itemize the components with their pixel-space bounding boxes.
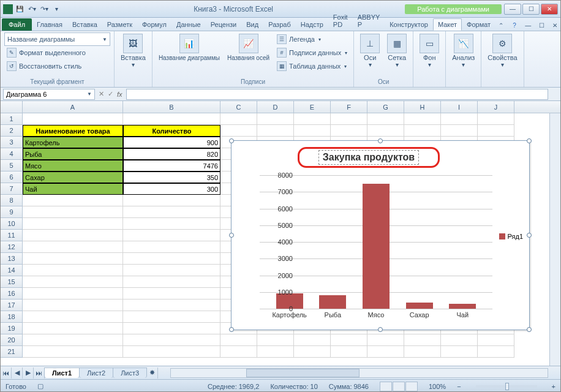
bar-Мясо[interactable]: [363, 184, 390, 309]
cell-A1[interactable]: [23, 113, 123, 125]
cell-A14[interactable]: [23, 265, 123, 276]
tab-nav-next[interactable]: ▶: [23, 368, 34, 379]
bar-Рыба[interactable]: [319, 295, 346, 309]
ribbon-minimize-icon[interactable]: ⌃: [495, 20, 506, 31]
reset-style-button[interactable]: ↺Восстановить стиль: [4, 59, 110, 73]
sheet-tab-Лист2[interactable]: Лист2: [79, 368, 113, 378]
row-header-9[interactable]: 9: [1, 206, 23, 218]
tab-надстр[interactable]: Надстр: [296, 18, 328, 31]
format-selection-button[interactable]: ✎Формат выделенного: [4, 46, 110, 59]
row-header-21[interactable]: 21: [1, 346, 23, 358]
tab-nav-prev[interactable]: ◀: [12, 368, 23, 379]
horizontal-scrollbar[interactable]: [170, 368, 548, 378]
cell-B3[interactable]: 900: [123, 137, 220, 148]
tab-данные[interactable]: Данные: [171, 18, 206, 31]
new-sheet-button[interactable]: ✸: [147, 368, 158, 379]
sheet-tab-Лист3[interactable]: Лист3: [113, 368, 147, 378]
select-all-triangle[interactable]: [1, 101, 23, 113]
cell-A2[interactable]: Наименование товара: [23, 125, 123, 137]
doc-restore-icon[interactable]: ☐: [536, 20, 547, 31]
maximize-button[interactable]: ☐: [522, 4, 540, 15]
cell-B19[interactable]: [123, 323, 220, 334]
insert-button[interactable]: 🖼Вставка▾: [118, 32, 148, 69]
cell-A20[interactable]: [23, 334, 123, 346]
row-header-4[interactable]: 4: [1, 148, 23, 160]
cell-B16[interactable]: [123, 288, 220, 300]
cell-B9[interactable]: [123, 206, 220, 218]
cell-H21[interactable]: [404, 346, 441, 358]
view-normal-button[interactable]: [380, 382, 392, 391]
col-header-E[interactable]: E: [294, 101, 331, 113]
tab-nav-first[interactable]: ⏮: [1, 368, 12, 379]
zoom-in-button[interactable]: +: [552, 383, 555, 390]
row-header-3[interactable]: 3: [1, 137, 23, 148]
col-header-A[interactable]: A: [23, 101, 123, 113]
col-header-J[interactable]: J: [478, 101, 514, 113]
cell-B2[interactable]: Количество: [123, 125, 220, 137]
tab-разметк[interactable]: Разметк: [102, 18, 137, 31]
scrollbar-thumb[interactable]: [246, 369, 359, 377]
col-header-H[interactable]: H: [404, 101, 441, 113]
cell-D1[interactable]: [257, 113, 294, 125]
cell-B14[interactable]: [123, 265, 220, 276]
cell-B8[interactable]: [123, 195, 220, 206]
col-header-B[interactable]: B: [123, 101, 220, 113]
fx-label[interactable]: fx: [117, 91, 122, 98]
qat-redo[interactable]: ↷▾: [39, 4, 50, 15]
row-header-15[interactable]: 15: [1, 276, 23, 288]
embedded-chart[interactable]: Закупка продуктов Ряд1 01000200030004000…: [231, 140, 530, 330]
tab-вставка[interactable]: Вставка: [67, 18, 102, 31]
cell-B10[interactable]: [123, 218, 220, 230]
cell-I20[interactable]: [441, 334, 478, 346]
cell-C20[interactable]: [220, 334, 257, 346]
cell-A11[interactable]: [23, 230, 123, 241]
row-header-17[interactable]: 17: [1, 300, 23, 311]
cell-G1[interactable]: [367, 113, 404, 125]
cell-A12[interactable]: [23, 241, 123, 253]
col-header-C[interactable]: C: [220, 101, 257, 113]
chart-plot-area[interactable]: [260, 175, 492, 309]
row-header-18[interactable]: 18: [1, 311, 23, 323]
cell-E21[interactable]: [294, 346, 331, 358]
bar-Сахар[interactable]: [406, 303, 433, 309]
cell-F20[interactable]: [331, 334, 367, 346]
formula-input[interactable]: [126, 89, 548, 100]
tab-конструктор[interactable]: Конструктор: [385, 18, 433, 31]
cell-E1[interactable]: [294, 113, 331, 125]
tab-формул[interactable]: Формул: [137, 18, 171, 31]
qat-save[interactable]: 💾: [14, 4, 25, 15]
cell-F21[interactable]: [331, 346, 367, 358]
cell-A5[interactable]: Мясо: [23, 160, 123, 172]
cell-B4[interactable]: 820: [123, 148, 220, 160]
cell-D2[interactable]: [257, 125, 294, 137]
row-header-11[interactable]: 11: [1, 230, 23, 241]
cell-H20[interactable]: [404, 334, 441, 346]
doc-min-icon[interactable]: —: [522, 20, 533, 31]
cell-J21[interactable]: [478, 346, 514, 358]
row-header-13[interactable]: 13: [1, 253, 23, 265]
tab-рецензи[interactable]: Рецензи: [206, 18, 242, 31]
col-header-G[interactable]: G: [367, 101, 404, 113]
cell-H1[interactable]: [404, 113, 441, 125]
cell-A15[interactable]: [23, 276, 123, 288]
tab-разраб[interactable]: Разраб: [263, 18, 296, 31]
cell-B6[interactable]: 350: [123, 172, 220, 183]
tab-abbyy p[interactable]: ABBYY P: [353, 11, 385, 31]
cell-A17[interactable]: [23, 300, 123, 311]
cell-A4[interactable]: Рыба: [23, 148, 123, 160]
tab-главная[interactable]: Главная: [32, 18, 67, 31]
row-header-16[interactable]: 16: [1, 288, 23, 300]
col-header-I[interactable]: I: [441, 101, 478, 113]
vertical-scrollbar[interactable]: [549, 113, 560, 366]
row-header-1[interactable]: 1: [1, 113, 23, 125]
cell-G20[interactable]: [367, 334, 404, 346]
name-box[interactable]: Диаграмма 6▼: [3, 89, 95, 100]
cell-J2[interactable]: [478, 125, 514, 137]
cell-A21[interactable]: [23, 346, 123, 358]
cell-B21[interactable]: [123, 346, 220, 358]
cell-G2[interactable]: [367, 125, 404, 137]
cell-B12[interactable]: [123, 241, 220, 253]
tab-вид[interactable]: Вид: [241, 18, 263, 31]
legend-button[interactable]: ☰Легенда▾: [274, 32, 350, 46]
cell-A8[interactable]: [23, 195, 123, 206]
